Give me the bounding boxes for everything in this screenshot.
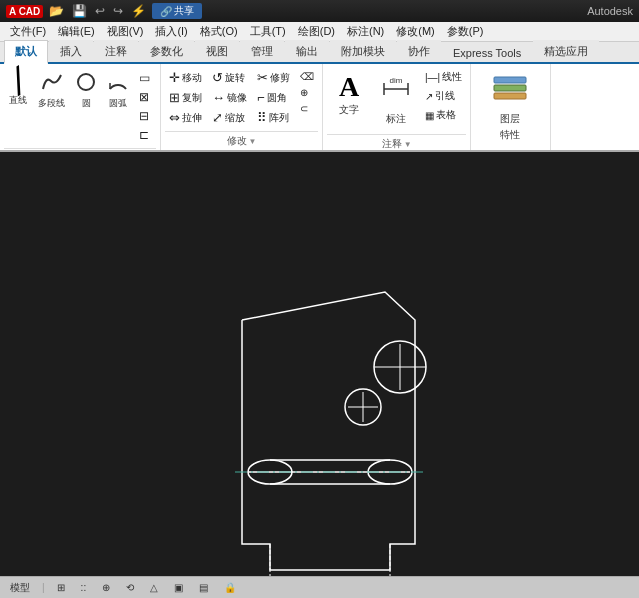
- tool-erase[interactable]: ⌫: [296, 69, 318, 84]
- status-osnap[interactable]: △: [146, 582, 162, 593]
- title-icon-open[interactable]: 📂: [47, 4, 66, 18]
- annotate-expand-icon: ▼: [404, 140, 412, 149]
- status-ortho[interactable]: ⊕: [98, 582, 114, 593]
- modify-group-label[interactable]: 修改 ▼: [165, 131, 318, 150]
- tool-copy[interactable]: ⊞ 复制: [165, 88, 206, 107]
- share-button[interactable]: 🔗 共享: [152, 3, 202, 19]
- text-icon: A: [339, 73, 359, 101]
- polyline-icon: [41, 71, 63, 96]
- modify-label-text: 修改: [227, 134, 247, 148]
- tab-view[interactable]: 视图: [195, 40, 239, 62]
- dimension-label: 标注: [386, 112, 406, 126]
- mirror-label: 镜像: [227, 91, 247, 105]
- title-icon-redo[interactable]: ↪: [111, 4, 125, 18]
- circle-label: 圆: [82, 97, 91, 110]
- tab-output[interactable]: 输出: [285, 40, 329, 62]
- layer-properties-label2: 特性: [500, 128, 520, 142]
- line-icon: ╱: [7, 69, 29, 95]
- array-icon: ⠿: [257, 110, 267, 125]
- tool-gradient[interactable]: ⊟: [135, 107, 156, 125]
- status-lock[interactable]: 🔒: [220, 582, 240, 593]
- tab-featured[interactable]: 精选应用: [533, 40, 599, 62]
- tab-default[interactable]: 默认: [4, 40, 48, 64]
- menu-params[interactable]: 参数(P): [441, 22, 490, 41]
- ribbon: ╱ 直线 多段线 圆: [0, 64, 639, 152]
- menu-view[interactable]: 视图(V): [101, 22, 150, 41]
- tab-express-tools[interactable]: Express Tools: [442, 43, 532, 62]
- boundary-icon: ⊏: [139, 128, 149, 142]
- tool-dimension[interactable]: dim 标注: [373, 68, 419, 131]
- tool-leader[interactable]: ↗ 引线: [421, 87, 466, 105]
- annotate-label-text: 注释: [382, 137, 402, 151]
- stretch-label: 拉伸: [182, 111, 202, 125]
- status-snap[interactable]: ⊞: [53, 582, 69, 593]
- tab-collaborate[interactable]: 协作: [397, 40, 441, 62]
- tool-trim[interactable]: ✂ 修剪: [253, 68, 294, 87]
- tool-hatch[interactable]: ⊠: [135, 88, 156, 106]
- title-left: A CAD 📂 💾 ↩ ↪ ⚡ 🔗 共享: [6, 3, 202, 19]
- tab-annotate[interactable]: 注释: [94, 40, 138, 62]
- cad-logo: A CAD: [6, 5, 43, 18]
- tool-circle[interactable]: 圆: [71, 68, 101, 113]
- tool-boundary[interactable]: ⊏: [135, 126, 156, 144]
- erase-icon: ⌫: [300, 71, 314, 82]
- menu-file[interactable]: 文件(F): [4, 22, 52, 41]
- status-grid[interactable]: ::: [77, 582, 91, 593]
- tool-linear-dim[interactable]: |—| 线性: [421, 68, 466, 86]
- app-name: Autodesk: [587, 5, 633, 17]
- svg-rect-6: [494, 77, 526, 83]
- table-icon: ▦: [425, 110, 434, 121]
- tab-addons[interactable]: 附加模块: [330, 40, 396, 62]
- title-icon-bolt[interactable]: ⚡: [129, 4, 148, 18]
- menu-draw[interactable]: 绘图(D): [292, 22, 341, 41]
- status-lineweight[interactable]: ▤: [195, 582, 212, 593]
- status-sep-1: |: [42, 582, 45, 593]
- share-icon: 🔗: [160, 6, 172, 17]
- tool-scale[interactable]: ⤢ 缩放: [208, 108, 251, 127]
- tool-layer-properties[interactable]: 图层 特性: [475, 68, 545, 147]
- tool-rect[interactable]: ▭: [135, 69, 156, 87]
- menu-annotate[interactable]: 标注(N): [341, 22, 390, 41]
- text-label: 文字: [339, 103, 359, 117]
- menu-insert[interactable]: 插入(I): [149, 22, 193, 41]
- dimension-icon: dim: [380, 73, 412, 110]
- move-icon: ✛: [169, 70, 180, 85]
- title-icon-undo[interactable]: ↩: [93, 4, 107, 18]
- tool-mirror[interactable]: ↔ 镜像: [208, 88, 251, 107]
- tool-join[interactable]: ⊂: [296, 101, 318, 116]
- title-bar: A CAD 📂 💾 ↩ ↪ ⚡ 🔗 共享 Autodesk: [0, 0, 639, 22]
- canvas-area[interactable]: 31: [0, 152, 639, 576]
- tab-insert[interactable]: 插入: [49, 40, 93, 62]
- tool-text[interactable]: A 文字: [327, 68, 371, 122]
- tool-line[interactable]: ╱ 直线: [4, 68, 32, 110]
- tool-fillet[interactable]: ⌐ 圆角: [253, 88, 294, 107]
- tool-rotate[interactable]: ↺ 旋转: [208, 68, 251, 87]
- explode-icon: ⊕: [300, 87, 308, 98]
- menu-format[interactable]: 格式(O): [194, 22, 244, 41]
- gradient-icon: ⊟: [139, 109, 149, 123]
- menu-edit[interactable]: 编辑(E): [52, 22, 101, 41]
- tool-move[interactable]: ✛ 移动: [165, 68, 206, 87]
- tab-parametric[interactable]: 参数化: [139, 40, 194, 62]
- arc-label: 圆弧: [109, 97, 127, 110]
- arc-icon: [107, 71, 129, 96]
- tool-stretch[interactable]: ⇔ 拉伸: [165, 108, 206, 127]
- tab-manage[interactable]: 管理: [240, 40, 284, 62]
- tool-array[interactable]: ⠿ 阵列: [253, 108, 294, 127]
- svg-rect-8: [494, 93, 526, 99]
- tool-arc[interactable]: 圆弧: [103, 68, 133, 113]
- annotate-group-label[interactable]: 注释 ▼: [327, 134, 466, 152]
- title-icon-save[interactable]: 💾: [70, 4, 89, 18]
- share-label: 共享: [174, 4, 194, 18]
- copy-icon: ⊞: [169, 90, 180, 105]
- status-otrack[interactable]: ▣: [170, 582, 187, 593]
- menu-modify[interactable]: 修改(M): [390, 22, 441, 41]
- tool-table[interactable]: ▦ 表格: [421, 106, 466, 124]
- tool-explode[interactable]: ⊕: [296, 85, 318, 100]
- annotate-col: |—| 线性 ↗ 引线 ▦ 表格: [421, 68, 466, 124]
- menu-tools[interactable]: 工具(T): [244, 22, 292, 41]
- tool-polyline[interactable]: 多段线: [34, 68, 69, 113]
- status-polar[interactable]: ⟲: [122, 582, 138, 593]
- status-model[interactable]: 模型: [6, 581, 34, 595]
- modify-tools: ✛ 移动 ⊞ 复制 ⇔ 拉伸 ↺ 旋转 ↔ 镜像: [165, 66, 318, 130]
